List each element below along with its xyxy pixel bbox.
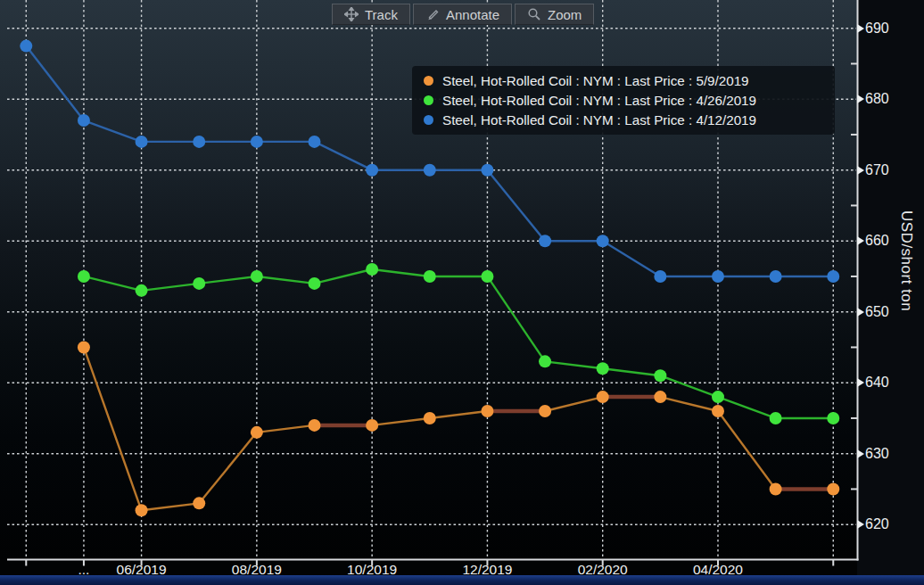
- legend-label: Steel, Hot-Rolled Coil : NYM : Last Pric…: [442, 73, 749, 88]
- legend-swatch-icon: [424, 76, 433, 86]
- tick-arrow-icon: [857, 166, 864, 175]
- annotate-button-label: Annotate: [446, 7, 499, 22]
- y-tick-label: 630: [857, 444, 889, 464]
- tick-arrow-icon: [857, 95, 864, 103]
- legend-row[interactable]: Steel, Hot-Rolled Coil : NYM : Last Pric…: [412, 70, 835, 90]
- legend-row[interactable]: Steel, Hot-Rolled Coil : NYM : Last Pric…: [412, 90, 835, 110]
- chart-window: 690680670660650640630620 ...06/201908/20…: [0, 0, 924, 585]
- annotate-button[interactable]: Annotate: [413, 4, 512, 25]
- y-tick-label: 620: [857, 515, 889, 534]
- tick-arrow-icon: [857, 308, 864, 317]
- y-tick-label: 680: [857, 89, 889, 109]
- chart-legend: Steel, Hot-Rolled Coil : NYM : Last Pric…: [412, 66, 835, 135]
- y-tick-label: 690: [857, 19, 889, 38]
- chart-toolbar: Track Annotate Zoom: [332, 4, 594, 25]
- legend-swatch-icon: [424, 115, 433, 125]
- zoom-button-label: Zoom: [548, 7, 582, 22]
- y-tick-label: 650: [857, 302, 889, 322]
- y-axis-title: USD/short ton: [897, 210, 915, 311]
- tick-arrow-icon: [857, 449, 864, 458]
- y-tick-label: 660: [857, 231, 889, 251]
- tick-arrow-icon: [857, 520, 864, 529]
- pencil-icon: [425, 7, 440, 21]
- track-button[interactable]: Track: [332, 4, 410, 25]
- legend-row[interactable]: Steel, Hot-Rolled Coil : NYM : Last Pric…: [412, 110, 835, 129]
- zoom-button[interactable]: Zoom: [515, 4, 594, 25]
- tick-arrow-icon: [857, 236, 864, 245]
- track-button-label: Track: [365, 7, 398, 22]
- legend-label: Steel, Hot-Rolled Coil : NYM : Last Pric…: [442, 112, 756, 128]
- legend-label: Steel, Hot-Rolled Coil : NYM : Last Pric…: [442, 93, 756, 108]
- legend-swatch-icon: [424, 95, 433, 105]
- tick-arrow-icon: [857, 378, 864, 387]
- footer-strip: [0, 575, 924, 585]
- magnifier-icon: [527, 7, 541, 21]
- tick-arrow-icon: [857, 24, 864, 33]
- y-tick-label: 670: [857, 161, 889, 180]
- move-crosshair-icon: [344, 7, 359, 21]
- y-tick-label: 640: [857, 373, 889, 392]
